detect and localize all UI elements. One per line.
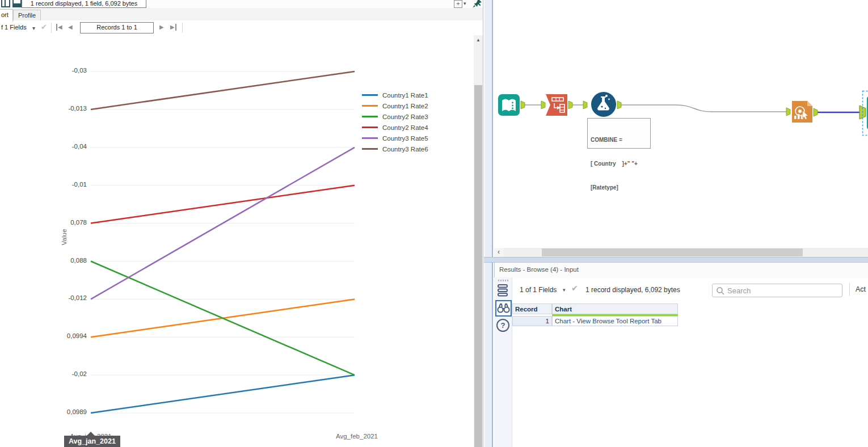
legend-swatch-icon: [362, 148, 378, 150]
legend-item[interactable]: Country2 Rate3: [362, 111, 428, 122]
toolbar-separator: [849, 283, 850, 296]
legend-swatch-icon: [362, 116, 378, 117]
legend-item[interactable]: Country1 Rate2: [362, 100, 428, 111]
legend-swatch-icon: [362, 137, 378, 139]
scrollbar-thumb[interactable]: [474, 85, 482, 447]
chart-legend: Country1 Rate1Country1 Rate2Country2 Rat…: [362, 90, 428, 154]
transpose-tool[interactable]: [546, 94, 567, 116]
line-chart: Value Country1 Rate1Country1 Rate2Countr…: [0, 35, 474, 447]
table-view-icon[interactable]: [497, 284, 509, 297]
legend-item[interactable]: Country2 Rate4: [362, 122, 428, 133]
formula-tool[interactable]: [591, 92, 616, 117]
fields-dropdown[interactable]: 1 of 1 Fields: [520, 286, 557, 294]
output-anchor[interactable]: [568, 101, 572, 109]
input-anchor[interactable]: [541, 101, 545, 109]
report-vertical-scrollbar[interactable]: ▲: [474, 35, 483, 447]
last-record-button[interactable]: ▶: [170, 24, 176, 31]
input-anchor[interactable]: [583, 101, 587, 109]
output-anchor[interactable]: [521, 101, 525, 109]
connection-wire: [621, 105, 786, 112]
legend-swatch-icon: [362, 126, 378, 128]
y-tick-label: 0,0989: [33, 408, 87, 415]
record-count-box: 1 record displayed, 1 field, 6,092 bytes: [22, 0, 146, 8]
legend-swatch-icon: [362, 105, 378, 107]
first-record-button[interactable]: ◀: [56, 24, 62, 31]
report-tabs-bar: ort Profile: [0, 8, 484, 21]
legend-item[interactable]: Country3 Rate5: [362, 133, 428, 144]
browse-report-pane: 1 record displayed, 1 field, 6,092 bytes…: [0, 0, 484, 447]
split-vertical-icon[interactable]: [1, 0, 10, 7]
scroll-left-icon[interactable]: ‹: [494, 248, 503, 257]
formula-annotation[interactable]: COMBINE = [ Country ]+" "+ [Ratetype]: [587, 118, 651, 149]
scroll-up-icon[interactable]: ▲: [474, 37, 483, 43]
series-line-country1-rate1: [91, 375, 355, 413]
tab-report[interactable]: ort: [0, 9, 13, 22]
report-header-bar: 1 record displayed, 1 field, 6,092 bytes…: [0, 0, 484, 9]
series-line-country3-rate6: [91, 71, 355, 109]
browse-tool-selected[interactable]: [859, 91, 868, 136]
drag-grip-icon[interactable]: [498, 280, 508, 281]
column-header-chart[interactable]: Chart: [552, 303, 678, 314]
pane-splitter[interactable]: [483, 0, 494, 447]
search-input[interactable]: [726, 285, 841, 296]
split-horizontal-icon[interactable]: [12, 0, 22, 7]
series-line-country2-rate4: [91, 185, 355, 224]
legend-swatch-icon: [362, 94, 378, 96]
fields-caret-icon[interactable]: ▾: [32, 25, 35, 31]
records-range-box[interactable]: Records 1 to 1: [80, 22, 154, 33]
results-panel-header: Results - Browse (4) - Input: [494, 262, 868, 278]
fields-dropdown-label[interactable]: f 1 Fields: [1, 24, 27, 31]
search-icon: [716, 286, 725, 296]
apply-check-icon[interactable]: ✔: [41, 23, 47, 31]
scrollbar-thumb[interactable]: [542, 248, 803, 256]
binoculars-icon: [496, 301, 511, 315]
y-tick-label: -0,012: [33, 294, 87, 301]
record-count-text: 1 record displayed, 1 field, 6,092 bytes: [22, 0, 146, 7]
series-line-country2-rate3: [91, 262, 355, 376]
input-data-tool[interactable]: [498, 94, 520, 116]
column-header-record[interactable]: Record: [512, 303, 552, 314]
legend-item[interactable]: Country3 Rate6: [362, 144, 428, 154]
table-cell-chart[interactable]: Chart - View Browse Tool Report Tab: [552, 316, 678, 326]
y-tick-label: 0,088: [33, 257, 87, 264]
y-tick-label: -0,03: [33, 67, 87, 74]
output-anchor[interactable]: [814, 108, 818, 116]
annotation-line: [Ratetype]: [591, 184, 647, 192]
results-title: Results - Browse (4) - Input: [499, 263, 579, 277]
output-anchor[interactable]: [617, 101, 621, 109]
legend-label: Country3 Rate6: [382, 146, 428, 153]
annotation-line: [ Country ]+" "+: [591, 160, 647, 168]
interactive-chart-tool[interactable]: [792, 101, 812, 123]
app-window: 1 record displayed, 1 field, 6,092 bytes…: [0, 0, 868, 447]
y-tick-label: -0,04: [33, 143, 87, 150]
table-cell-record[interactable]: 1: [512, 316, 552, 326]
x-tick-label: Avg_feb_2021: [323, 433, 391, 440]
legend-label: Country1 Rate1: [382, 92, 428, 99]
y-tick-label: -0,02: [33, 370, 87, 377]
next-record-button[interactable]: ▶: [159, 24, 164, 31]
prev-record-button[interactable]: ◀: [68, 24, 73, 31]
results-side-toolbar: ?: [494, 277, 512, 447]
input-anchor[interactable]: [786, 108, 790, 116]
add-view-button[interactable]: +: [454, 0, 462, 8]
workflow-canvas[interactable]: COMBINE = [ Country ]+" "+ [Ratetype]: [494, 0, 868, 248]
help-icon[interactable]: ?: [496, 319, 509, 332]
fields-caret-icon[interactable]: ▾: [563, 287, 566, 293]
y-tick-label: -0,01: [33, 181, 87, 188]
legend-label: Country1 Rate2: [382, 103, 428, 109]
search-box[interactable]: [712, 284, 842, 297]
chart-hover-tooltip: Avg_jan_2021: [64, 436, 120, 447]
legend-item[interactable]: Country1 Rate1: [362, 90, 428, 100]
results-panel: ? 1 of 1 Fields ▾ ✔ 1 record displayed, …: [494, 277, 868, 447]
y-tick-label: 0,0994: [33, 332, 87, 339]
tab-profile[interactable]: Profile: [13, 10, 41, 22]
apply-check-icon[interactable]: ✔: [571, 284, 578, 293]
canvas-horizontal-scrollbar[interactable]: ‹: [494, 248, 868, 257]
browse-view-selected[interactable]: [495, 300, 512, 317]
record-nav-toolbar: f 1 Fields ▾ ✔ ◀ ◀ Records 1 to 1 ▶ ▶: [0, 20, 484, 36]
legend-label: Country3 Rate5: [382, 135, 428, 142]
pin-icon[interactable]: [473, 0, 482, 8]
add-view-caret-icon[interactable]: ▾: [464, 1, 466, 6]
y-tick-label: 0,078: [33, 219, 87, 226]
actions-button[interactable]: Act: [856, 285, 866, 293]
